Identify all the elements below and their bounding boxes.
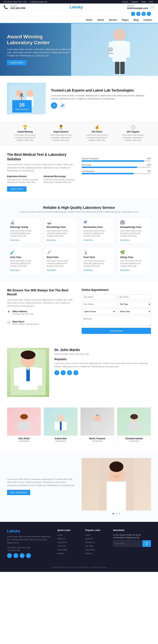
header-email[interactable]: info@example.com: [127, 7, 148, 10]
quick-home[interactable]: Home: [57, 534, 62, 536]
popular-contact[interactable]: Contact Us: [85, 541, 95, 544]
popular-support[interactable]: Support: [85, 552, 92, 554]
dot-3[interactable]: [119, 513, 120, 514]
solution-col1: Experience Doctors Lorem ipsum dolor sit…: [7, 175, 40, 184]
quick-links-heading: Quick Links: [57, 529, 80, 532]
newsletter-input[interactable]: [113, 540, 141, 547]
newsletter-form: Sign Up: [113, 540, 151, 547]
nav-pages[interactable]: Pages: [119, 17, 131, 23]
newsletter-heading: Newsletter: [113, 529, 151, 532]
solution-explore-button[interactable]: Explore More: [7, 186, 27, 192]
popular-blog[interactable]: Latest Blog: [85, 548, 95, 551]
time-select[interactable]: Select Time: [117, 309, 151, 314]
histopathology-text: Lorem ipsum dolor sit amet, consectetur …: [120, 230, 148, 237]
nav-contact[interactable]: Contact: [141, 17, 154, 23]
address-link[interactable]: 123 Street, New York, USA: [4, 1, 27, 3]
doc-facebook-icon[interactable]: f: [54, 370, 59, 375]
urine-read-more[interactable]: Read More: [10, 269, 20, 271]
phone-number[interactable]: +012 345 6789: [10, 7, 25, 10]
team-name-2: Andrew Ben: [46, 437, 76, 440]
test-type-select[interactable]: Test Type Blood Test Urine Test: [117, 301, 151, 307]
solution-heading: The Best Medical Test & Laboratory Solut…: [7, 152, 76, 161]
quick-support[interactable]: Support: [57, 552, 64, 554]
more-testimonials-button[interactable]: More Testimonials: [7, 490, 30, 495]
service-urine: 🧪 Urine Tests Lorem ipsum dolor sit amet…: [7, 247, 41, 274]
youtube-icon[interactable]: y: [147, 12, 151, 16]
team-card-2-body: Andrew Ben Lab Assistant: [44, 436, 77, 444]
mail-icon: ✉️: [150, 5, 154, 9]
footer-youtube-icon[interactable]: y: [26, 553, 31, 558]
logo[interactable]: Labsky: [69, 5, 83, 10]
footer-facebook-icon[interactable]: f: [7, 553, 12, 558]
about-description: Lorem ipsum dolor sit amet, consectetur …: [51, 94, 151, 100]
footer-logo[interactable]: Labsky: [7, 529, 52, 534]
skill2-pct: 80%: [147, 164, 151, 166]
skill2-fill: [82, 166, 137, 168]
popular-about[interactable]: About Us: [85, 538, 93, 540]
allergy-read-more[interactable]: Read More: [120, 269, 130, 271]
svg-rect-27: [18, 422, 21, 430]
career-link[interactable]: Career: [122, 1, 128, 3]
faq-link[interactable]: FAQ: [149, 1, 153, 3]
histopathology-read-more[interactable]: Read More: [120, 239, 130, 241]
services-grid-bottom: 🧪 Urine Tests Lorem ipsum dolor sit amet…: [7, 247, 151, 274]
popular-home[interactable]: Home: [85, 534, 90, 536]
instagram-icon[interactable]: in: [141, 12, 146, 16]
services-section: Reliable & High-Quality Laboratory Servi…: [0, 198, 158, 282]
nav-home[interactable]: Home: [84, 17, 95, 23]
quick-about[interactable]: About Us: [57, 538, 65, 540]
team-role-3: Lab Assistant: [82, 440, 112, 442]
popular-team[interactable]: Our Team: [85, 545, 94, 547]
facebook-icon[interactable]: f: [131, 12, 135, 16]
email-input[interactable]: [117, 294, 151, 300]
dot-1[interactable]: [113, 513, 114, 514]
nav-service[interactable]: Service: [106, 17, 119, 23]
office-address: 123 Street, New York, USA: [12, 313, 33, 316]
service-histopathology: 🏥 Histopathology Tests Lorem ipsum dolor…: [117, 217, 151, 244]
location-icon: 📍: [7, 310, 11, 314]
footer-twitter-icon[interactable]: t: [13, 553, 18, 558]
doctor-info: Dr. John Martin CEO & Founder | Idaho, N…: [54, 348, 151, 375]
sol-col2-text: Lorem ipsum dolor sit amet, consectetur …: [44, 178, 76, 184]
email-link[interactable]: info@example.com: [31, 1, 47, 3]
doctor-name: Dr. John Martin: [54, 348, 151, 352]
mobile-input[interactable]: [82, 301, 116, 307]
newsletter-signup-button[interactable]: Sign Up: [142, 540, 151, 547]
quick-team[interactable]: Our Team: [57, 545, 66, 547]
doc-instagram-icon[interactable]: in: [67, 370, 72, 375]
biochemistry-read-more[interactable]: Read More: [83, 239, 93, 241]
svg-rect-5: [120, 62, 125, 74]
histopathology-icon: 🏥: [120, 220, 148, 224]
doctor-select[interactable]: Select Doctor Dr. John Martin: [82, 309, 116, 314]
doc-twitter-icon[interactable]: t: [61, 370, 66, 375]
blood-title: Blood Tests: [47, 256, 75, 258]
dot-2[interactable]: [116, 513, 117, 514]
news-link[interactable]: News: [141, 1, 146, 3]
quick-contact[interactable]: Contact Us: [57, 541, 67, 544]
twitter-icon[interactable]: t: [136, 12, 140, 16]
submit-button[interactable]: Submit Now: [82, 328, 151, 334]
dna-icon: 🧬: [59, 102, 66, 109]
nav-about[interactable]: About: [95, 17, 107, 23]
support-link[interactable]: Support: [131, 1, 138, 3]
message-textarea[interactable]: [82, 316, 151, 326]
feature-doctors-title: Expert Doctors: [47, 130, 75, 133]
pathology-read-more[interactable]: Read More: [10, 239, 20, 241]
guarantee-heading: We Ensure You Will Always Get The Best R…: [7, 288, 76, 296]
nav-blog[interactable]: Blog: [131, 17, 141, 23]
blood-read-more[interactable]: Read More: [47, 269, 56, 271]
pathology-icon: 🔬: [10, 220, 38, 224]
team-img-2: [44, 408, 77, 436]
explore-more-button[interactable]: Explore More: [7, 60, 27, 65]
guarantee-appt-section: We Ensure You Will Always Get The Best R…: [0, 282, 158, 341]
doc-social-links: f t in li: [54, 370, 151, 375]
doc-linkedin-icon[interactable]: li: [73, 370, 78, 375]
fever-read-more[interactable]: Read More: [83, 269, 93, 271]
name-input[interactable]: [82, 294, 116, 300]
quick-blog[interactable]: Latest Blog: [57, 548, 67, 551]
feature-support: 🕐 24/7 Support Lorem ipsum dolor sit ame…: [119, 125, 147, 142]
testimonial-section: Lorem ipsum dolor sit amet, consectetur …: [0, 451, 158, 522]
footer-instagram-icon[interactable]: in: [20, 553, 25, 558]
skill1-fill: [82, 160, 144, 162]
microbiology-read-more[interactable]: Read More: [47, 239, 56, 241]
